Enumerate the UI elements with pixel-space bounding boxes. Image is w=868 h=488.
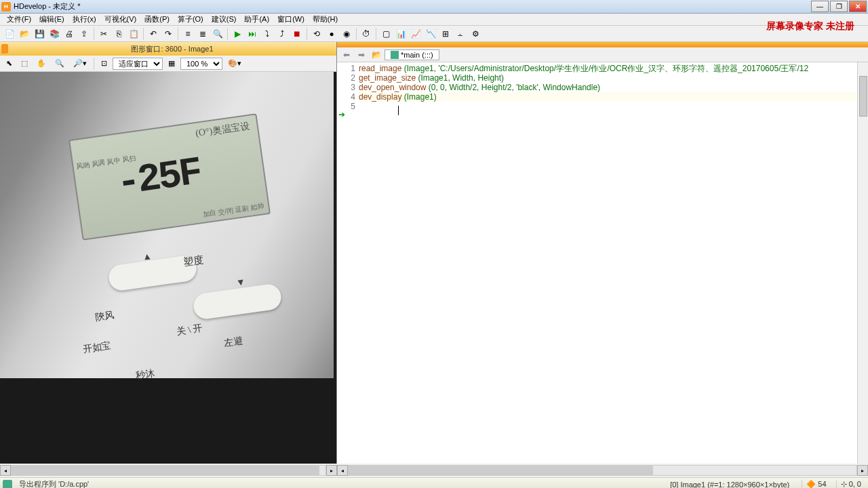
save-all-icon[interactable]: 📚: [47, 27, 61, 41]
fit-mode-select[interactable]: 适应窗口: [113, 58, 163, 70]
remote-label-left2: 开如宝: [82, 340, 112, 356]
menu-file[interactable]: 文件(F): [3, 14, 35, 25]
paste-icon[interactable]: 📋: [127, 27, 140, 41]
lcd-right-labels: 加自 交/闭 逗刷 姒帅: [202, 201, 264, 220]
find-icon[interactable]: 🔍: [211, 27, 224, 41]
undo-icon[interactable]: ↶: [146, 27, 160, 41]
zoom-select[interactable]: 100 %: [180, 58, 222, 70]
move-icon[interactable]: ✋: [33, 57, 50, 70]
maximize-button[interactable]: ❐: [830, 1, 848, 12]
pointer-icon[interactable]: ⬉: [3, 57, 16, 70]
code-area[interactable]: ➔ 1 2 3 4 5 read_image (Image1, 'C:/User…: [337, 62, 868, 464]
status-coords: ⊹ 0, 0: [836, 480, 865, 488]
menu-window[interactable]: 窗口(W): [273, 14, 309, 25]
list-icon[interactable]: ≡: [181, 27, 195, 41]
line-number: 4: [347, 92, 355, 102]
copy-icon[interactable]: ⎘: [112, 27, 125, 41]
toolbar-separator: [94, 28, 94, 40]
execution-pointer-gutter: ➔: [337, 62, 347, 464]
scroll-left-icon[interactable]: ◂: [337, 465, 348, 476]
close-button[interactable]: ✕: [849, 1, 867, 12]
line-number: 5: [347, 102, 355, 111]
minimize-button[interactable]: —: [811, 1, 829, 12]
zoom-icon[interactable]: 🔍: [52, 57, 68, 70]
menu-suggestions[interactable]: 建议(S): [208, 14, 241, 25]
status-image-info: [0] Image1 (#=1: 1280×960×1×byte): [663, 481, 796, 489]
lcd-top-text: (O°)奥温宝设: [195, 120, 251, 140]
toolbar-separator: [227, 28, 228, 40]
menu-bar: 文件(F) 编辑(E) 执行(x) 可视化(V) 函数(P) 算子(O) 建议(…: [0, 14, 868, 26]
run-icon[interactable]: ▶: [231, 27, 244, 41]
zoom-tool-icon[interactable]: 🔎▾: [70, 57, 90, 70]
scrollbar-thumb[interactable]: [12, 466, 319, 475]
scrollbar-thumb[interactable]: [859, 76, 867, 117]
status-icon: [3, 480, 12, 489]
menu-visualize[interactable]: 可视化(V): [100, 14, 141, 25]
forward-icon[interactable]: ➡: [355, 49, 368, 61]
vertical-scrollbar[interactable]: [857, 62, 868, 464]
breakpoint-toggle-icon[interactable]: ◉: [340, 27, 353, 41]
window-icon[interactable]: ▢: [379, 27, 393, 41]
scale-icon[interactable]: ▦: [165, 57, 178, 70]
new-icon[interactable]: 📄: [3, 27, 16, 41]
app-icon: H: [1, 2, 11, 12]
list2-icon[interactable]: ≣: [196, 27, 210, 41]
h-scroll-track-right[interactable]: [348, 465, 857, 476]
menu-help[interactable]: 帮助(H): [309, 14, 342, 25]
image-display[interactable]: (O°)奥温宝设 -25F 风哟 风调 风中 风扫 加自 交/闭 逗刷 姒帅 ▲…: [0, 72, 336, 464]
tuning-icon[interactable]: ⚙: [469, 27, 482, 41]
title-bar: H HDevelop - 未定义 * — ❐ ✕: [0, 0, 868, 14]
graphics-toolbar: ⬉ ⬚ ✋ 🔍 🔎▾ ⊡ 适应窗口 ▦ 100 % 🎨▾: [0, 56, 336, 72]
editor-tab-main[interactable]: *main (:::): [384, 49, 439, 60]
menu-procedures[interactable]: 函数(P): [140, 14, 174, 25]
redo-icon[interactable]: ↷: [161, 27, 175, 41]
color-tool-icon[interactable]: 🎨▾: [224, 57, 245, 70]
scroll-left-icon[interactable]: ◂: [0, 465, 11, 476]
remote-label-center: 塑度: [182, 253, 204, 269]
open-icon[interactable]: 📂: [18, 27, 31, 41]
toolbar-separator: [376, 28, 376, 40]
right-panel-header: [337, 42, 868, 47]
menu-operators[interactable]: 算子(O): [174, 14, 208, 25]
fit-icon[interactable]: ⊡: [98, 57, 111, 70]
breakpoint-icon[interactable]: ●: [325, 27, 338, 41]
menu-edit[interactable]: 编辑(E): [35, 14, 68, 25]
main-toolbar: 📄 📂 💾 📚 🖨 ⇪ ✂ ⎘ 📋 ↶ ↷ ≡ ≣ 🔍 ▶ ⏭ ⤵ ⤴ ⏹ ⟲ …: [0, 26, 868, 42]
cut-icon[interactable]: ✂: [97, 27, 111, 41]
chart2-icon[interactable]: 📈: [409, 27, 422, 41]
print-icon[interactable]: 🖨: [62, 27, 76, 41]
line-number: 2: [347, 73, 355, 83]
menu-execute[interactable]: 执行(x): [68, 14, 100, 25]
watermark-text: 屏幕录像专家 未注册: [766, 20, 854, 33]
stop-icon[interactable]: ⏹: [290, 27, 304, 41]
reset-icon[interactable]: ⟲: [310, 27, 323, 41]
chart4-icon[interactable]: ⊞: [439, 27, 452, 41]
scrollbar-thumb[interactable]: [349, 466, 653, 475]
chart1-icon[interactable]: 📊: [394, 27, 408, 41]
h-scroll-track-left[interactable]: [11, 465, 326, 476]
step-over-icon[interactable]: ⏭: [245, 27, 259, 41]
code-line: dev_display (Image1): [359, 92, 868, 102]
open-proc-icon[interactable]: 📂: [370, 49, 383, 61]
toolbar-separator: [307, 28, 307, 40]
step-out-icon[interactable]: ⤴: [275, 27, 289, 41]
remote-button-2: [192, 283, 283, 321]
scroll-right-icon[interactable]: ▸: [857, 465, 868, 476]
save-icon[interactable]: 💾: [33, 27, 46, 41]
menu-assistants[interactable]: 助手(A): [240, 14, 273, 25]
main-area: 图形窗口: 3600 - Image1 ⬉ ⬚ ✋ 🔍 🔎▾ ⊡ 适应窗口 ▦ …: [0, 42, 868, 464]
code-text[interactable]: read_image (Image1, 'C:/Users/Administra…: [357, 62, 868, 464]
chart5-icon[interactable]: ⫠: [454, 27, 467, 41]
back-icon[interactable]: ⬅: [340, 49, 353, 61]
step-into-icon[interactable]: ⤵: [260, 27, 274, 41]
export-icon[interactable]: ⇪: [77, 27, 91, 41]
scroll-right-icon[interactable]: ▸: [326, 465, 337, 476]
program-editor-panel: ⬅ ➡ 📂 *main (:::) ➔ 1 2 3 4 5 read_image…: [337, 42, 868, 464]
graphics-window-titlebar[interactable]: 图形窗口: 3600 - Image1: [0, 42, 336, 56]
editor-tab-bar: ⬅ ➡ 📂 *main (:::): [337, 47, 868, 62]
status-bar: 导出程序到 'D:/a.cpp' [0] Image1 (#=1: 1280×9…: [0, 477, 868, 488]
chart3-icon[interactable]: 📉: [424, 27, 437, 41]
select-icon[interactable]: ⬚: [18, 57, 31, 70]
timer-icon[interactable]: ⏱: [359, 27, 373, 41]
toolbar-separator: [94, 58, 94, 70]
